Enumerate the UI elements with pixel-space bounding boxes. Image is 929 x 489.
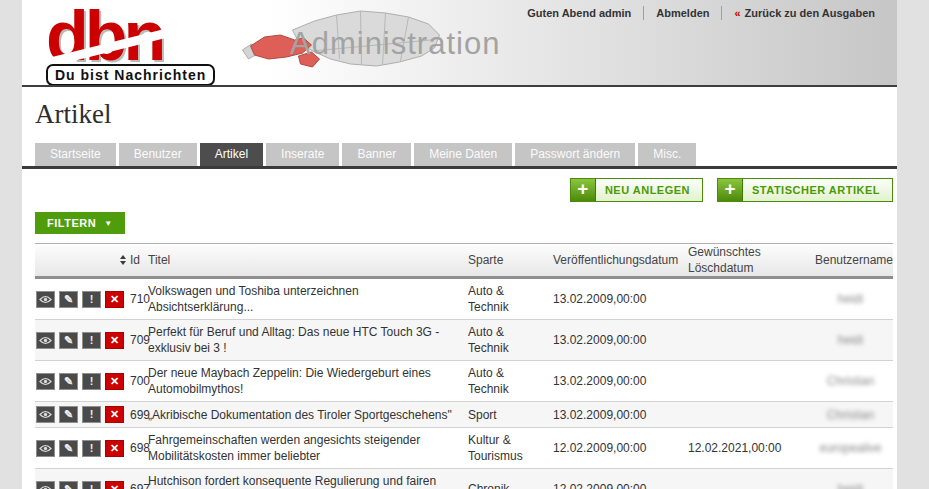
- table-row: ✎ ! ✕ 709 Perfekt für Beruf und Alltag: …: [35, 320, 893, 361]
- header-loeschdatum: Gewünschtes Löschdatum: [688, 244, 808, 276]
- exclamation-icon: !: [90, 294, 94, 305]
- edit-button[interactable]: ✎: [59, 440, 78, 457]
- pencil-icon: ✎: [64, 443, 73, 454]
- warn-button[interactable]: !: [82, 332, 101, 349]
- header-id: Id: [35, 253, 148, 267]
- cell-category: Sport: [468, 407, 553, 423]
- warn-button[interactable]: !: [82, 291, 101, 308]
- eye-icon: [39, 410, 52, 419]
- cell-title: Hutchison fordert konsequente Regulierun…: [148, 473, 468, 489]
- cell-delete-date: 12.02.2021,00:00: [688, 440, 808, 456]
- header-banner: Administration dbn Du bist Nachrichten G…: [22, 0, 897, 87]
- eye-icon: [39, 295, 52, 304]
- view-button[interactable]: [36, 481, 55, 489]
- edit-button[interactable]: ✎: [59, 291, 78, 308]
- table-row: ✎ ! ✕ 698 Fahrgemeinschaften werden ange…: [35, 428, 893, 469]
- exclamation-icon: !: [90, 376, 94, 387]
- view-button[interactable]: [36, 291, 55, 308]
- exclamation-icon: !: [90, 443, 94, 454]
- cell-title: Der neue Maybach Zeppelin: Die Wiedergeb…: [148, 365, 468, 397]
- warn-button[interactable]: !: [82, 481, 101, 489]
- cell-title: Perfekt für Beruf und Alltag: Das neue H…: [148, 324, 468, 356]
- tab-meine-daten[interactable]: Meine Daten: [414, 143, 512, 166]
- exclamation-icon: !: [90, 335, 94, 346]
- cell-published: 13.02.2009,00:00: [553, 333, 688, 347]
- cell-username: Christian: [808, 374, 893, 388]
- back-to-issues-link[interactable]: «Zurück zu den Ausgaben: [722, 7, 887, 19]
- eye-icon: [39, 485, 52, 489]
- tab-startseite[interactable]: Startseite: [35, 143, 116, 166]
- view-button[interactable]: [36, 332, 55, 349]
- view-button[interactable]: [36, 373, 55, 390]
- warn-button[interactable]: !: [82, 373, 101, 390]
- filter-button[interactable]: FILTERN ▼: [35, 212, 125, 234]
- tab-bar: StartseiteBenutzerArtikelInserateBannerM…: [22, 143, 897, 169]
- delete-button[interactable]: ✕: [105, 481, 124, 489]
- x-icon: ✕: [110, 409, 119, 420]
- tab-benutzer[interactable]: Benutzer: [119, 143, 197, 166]
- row-actions: ✎ ! ✕: [36, 440, 124, 457]
- view-button[interactable]: [36, 406, 55, 423]
- header-titel: Titel: [148, 252, 468, 268]
- delete-button[interactable]: ✕: [105, 291, 124, 308]
- viewport: Administration dbn Du bist Nachrichten G…: [0, 0, 929, 489]
- exclamation-icon: !: [90, 484, 94, 489]
- tab-artikel[interactable]: Artikel: [200, 143, 263, 166]
- top-links-bar: Guten Abend admin Abmelden «Zurück zu de…: [515, 6, 887, 20]
- cell-title: Fahrgemeinschaften werden angesichts ste…: [148, 432, 468, 464]
- cell-category: Auto & Technik: [468, 324, 553, 356]
- tab-banner[interactable]: Banner: [342, 143, 411, 166]
- cell-username: Christian: [808, 408, 893, 422]
- tab-passwort-ndern[interactable]: Passwort ändern: [515, 143, 635, 166]
- cell-username: heidi: [808, 482, 893, 489]
- filter-label: FILTERN: [47, 217, 96, 229]
- row-id-cell: ✎ ! ✕ 710: [35, 291, 148, 308]
- edit-button[interactable]: ✎: [59, 406, 78, 423]
- delete-button[interactable]: ✕: [105, 373, 124, 390]
- header-veroeffentlichungsdatum: Veröffentlichungsdatum: [553, 253, 688, 267]
- table-row: ✎ ! ✕ 697 Hutchison fordert konsequente …: [35, 469, 893, 489]
- delete-button[interactable]: ✕: [105, 406, 124, 423]
- cell-title: Volkswagen und Toshiba unterzeichnen Abs…: [148, 283, 468, 315]
- article-table-body: ✎ ! ✕ 710 Volkswagen und Toshiba unterze…: [35, 279, 893, 489]
- cell-category: Chronik: [468, 481, 553, 489]
- delete-button[interactable]: ✕: [105, 332, 124, 349]
- row-id-cell: ✎ ! ✕ 697: [35, 481, 148, 489]
- logout-link[interactable]: Abmelden: [644, 7, 721, 19]
- warn-button[interactable]: !: [82, 406, 101, 423]
- cell-published: 12.02.2009,00:00: [553, 441, 688, 455]
- row-id-cell: ✎ ! ✕ 699: [35, 406, 148, 423]
- tab-inserate[interactable]: Inserate: [266, 143, 339, 166]
- table-row: ✎ ! ✕ 700 Der neue Maybach Zeppelin: Die…: [35, 361, 893, 402]
- logo-tagline: Du bist Nachrichten: [46, 64, 215, 86]
- row-actions: ✎ ! ✕: [36, 291, 124, 308]
- cell-username: heidi: [808, 292, 893, 306]
- pencil-icon: ✎: [64, 409, 73, 420]
- actions-row: + NEU ANLEGEN + STATISCHER ARTIKEL: [22, 178, 893, 202]
- row-id-cell: ✎ ! ✕ 698: [35, 440, 148, 457]
- static-article-button[interactable]: + STATISCHER ARTIKEL: [717, 178, 893, 202]
- static-article-label: STATISCHER ARTIKEL: [752, 184, 880, 196]
- edit-button[interactable]: ✎: [59, 481, 78, 489]
- sort-id-icon[interactable]: [120, 255, 126, 265]
- delete-button[interactable]: ✕: [105, 440, 124, 457]
- row-actions: ✎ ! ✕: [36, 332, 124, 349]
- warn-button[interactable]: !: [82, 440, 101, 457]
- exclamation-icon: !: [90, 409, 94, 420]
- header-benutzername: Benutzername: [808, 253, 893, 267]
- x-icon: ✕: [110, 294, 119, 305]
- tab-misc[interactable]: Misc.: [638, 143, 696, 166]
- cell-category: Kultur & Tourismus: [468, 432, 553, 464]
- new-article-button[interactable]: + NEU ANLEGEN: [570, 178, 703, 202]
- back-arrows-icon: «: [734, 7, 740, 19]
- x-icon: ✕: [110, 335, 119, 346]
- caret-down-icon: ▼: [104, 219, 112, 228]
- edit-button[interactable]: ✎: [59, 373, 78, 390]
- table-header-row: Id Titel Sparte Veröffentlichungsdatum G…: [35, 244, 893, 279]
- edit-button[interactable]: ✎: [59, 332, 78, 349]
- x-icon: ✕: [110, 484, 119, 489]
- pencil-icon: ✎: [64, 484, 73, 489]
- cell-published: 13.02.2009,00:00: [553, 292, 688, 306]
- eye-icon: [39, 377, 52, 386]
- view-button[interactable]: [36, 440, 55, 457]
